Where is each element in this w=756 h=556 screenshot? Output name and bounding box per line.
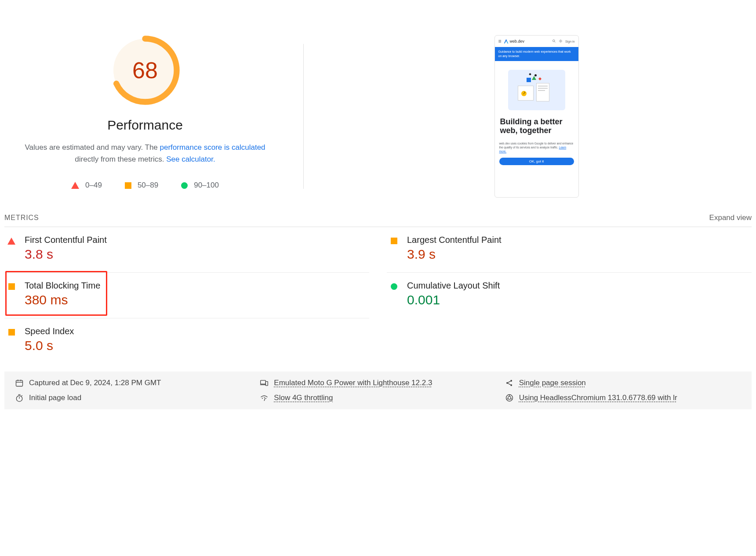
site-name: web.dev	[510, 39, 525, 43]
menu-icon: ≡	[498, 38, 502, 44]
metric-name: Largest Contentful Paint	[407, 235, 502, 245]
captured-value: Dec 9, 2024, 1:28 PM GMT	[70, 379, 161, 387]
metric-name: Total Blocking Time	[25, 281, 100, 291]
square-orange-icon	[8, 329, 15, 336]
load-type: Initial page load	[15, 394, 251, 402]
svg-line-12	[561, 40, 562, 40]
svg-line-11	[560, 42, 560, 42]
hero-title: Building a better web, together	[495, 115, 578, 137]
metric-value: 3.9 s	[407, 247, 502, 262]
metric-value: 0.001	[407, 292, 500, 307]
performance-gauge-area: 68 Performance Values are estimated and …	[4, 35, 286, 198]
desc-text: Values are estimated and may vary. The	[25, 143, 160, 152]
metric-name: Speed Index	[25, 326, 74, 336]
performance-summary-row: 68 Performance Values are estimated and …	[4, 35, 752, 198]
svg-line-24	[508, 383, 510, 385]
share-nodes-icon	[505, 379, 514, 387]
see-calculator-link[interactable]: See calculator.	[166, 155, 215, 163]
metric-fcp[interactable]: First Contentful Paint 3.8 s	[4, 227, 369, 273]
score-legend: 0–49 50–89 90–100	[71, 181, 219, 190]
square-orange-icon	[125, 182, 131, 189]
metric-lcp[interactable]: Largest Contentful Paint 3.9 s	[387, 227, 752, 273]
metrics-heading: METRICS	[4, 214, 39, 222]
load-label: Initial page load	[29, 394, 81, 402]
site-logo: web.dev	[504, 39, 525, 43]
legend-pass-range: 90–100	[194, 181, 219, 190]
cookie-notice: web.dev uses cookies from Google to deli…	[498, 140, 575, 155]
svg-line-33	[511, 399, 512, 400]
legend-avg-range: 50–89	[138, 181, 158, 190]
page-screenshot: ≡ web.dev Sign in Guidance to build mode…	[494, 35, 579, 198]
legend-fail: 0–49	[71, 181, 102, 190]
throttling[interactable]: Slow 4G throttling	[260, 394, 496, 402]
vertical-divider	[303, 44, 304, 189]
hero-illustration	[508, 70, 565, 110]
brightness-icon	[559, 39, 563, 44]
captured-time: Captured at Dec 9, 2024, 1:28 PM GMT	[15, 379, 251, 387]
circle-green-icon	[181, 182, 188, 189]
metrics-header: METRICS Expand view	[4, 213, 752, 227]
cookie-ok-button: OK, got it	[499, 158, 574, 165]
performance-description: Values are estimated and may vary. The p…	[22, 141, 268, 165]
metric-tbt[interactable]: Total Blocking Time 380 ms	[4, 273, 369, 318]
metric-value: 380 ms	[25, 292, 100, 307]
performance-gauge: 68	[110, 35, 180, 105]
signin-text: Sign in	[565, 40, 574, 43]
metric-cls[interactable]: Cumulative Layout Shift 0.001	[387, 273, 752, 318]
metric-name: Cumulative Layout Shift	[407, 281, 500, 291]
square-orange-icon	[391, 238, 397, 244]
banner-text: Guidance to build modern web experiences…	[495, 47, 578, 61]
svg-rect-13	[16, 380, 23, 386]
emulated-label: Emulated Moto G Power with Lighthouse 12…	[274, 379, 432, 387]
svg-line-28	[22, 395, 22, 396]
triangle-red-icon	[7, 238, 15, 245]
performance-title: Performance	[107, 118, 183, 133]
metric-value: 3.8 s	[25, 247, 107, 262]
expand-view-toggle[interactable]: Expand view	[709, 213, 752, 222]
metrics-grid: First Contentful Paint 3.8 s Largest Con…	[4, 227, 752, 364]
svg-point-21	[510, 380, 512, 382]
svg-point-20	[506, 382, 508, 384]
calendar-icon	[15, 379, 24, 387]
svg-line-3	[555, 41, 556, 42]
score-calc-link[interactable]: performance score is calculated	[160, 143, 265, 152]
metric-name: First Contentful Paint	[25, 235, 107, 245]
captured-label: Captured at	[29, 379, 70, 387]
svg-line-34	[506, 399, 508, 400]
network-check-icon	[260, 394, 269, 402]
svg-line-9	[560, 40, 560, 40]
chrome-icon	[505, 394, 514, 402]
performance-score: 68	[110, 35, 180, 105]
legend-average: 50–89	[125, 181, 158, 190]
stopwatch-icon	[15, 394, 24, 402]
legend-pass: 90–100	[181, 181, 219, 190]
svg-line-10	[561, 42, 562, 42]
svg-point-31	[508, 397, 511, 400]
environment-footer: Captured at Dec 9, 2024, 1:28 PM GMT Emu…	[4, 372, 752, 409]
desc-text2: directly from these metrics.	[75, 155, 166, 163]
triangle-red-icon	[71, 182, 79, 189]
square-orange-icon	[8, 283, 15, 290]
browser-label: Using HeadlessChromium 131.0.6778.69 wit…	[519, 394, 677, 402]
throttling-label: Slow 4G throttling	[274, 394, 333, 402]
svg-point-22	[510, 384, 512, 386]
session-type[interactable]: Single page session	[505, 379, 741, 387]
metric-si[interactable]: Speed Index 5.0 s	[4, 318, 369, 364]
logo-mark-icon	[504, 39, 509, 43]
session-label: Single page session	[519, 379, 586, 387]
page-screenshot-area: ≡ web.dev Sign in Guidance to build mode…	[321, 35, 752, 198]
svg-point-2	[553, 40, 555, 42]
emulated-device[interactable]: Emulated Moto G Power with Lighthouse 12…	[260, 379, 496, 387]
search-icon	[552, 39, 556, 44]
svg-point-4	[560, 40, 561, 42]
svg-rect-17	[261, 380, 266, 384]
circle-green-icon	[391, 283, 397, 290]
browser-info[interactable]: Using HeadlessChromium 131.0.6778.69 wit…	[505, 394, 741, 402]
svg-line-23	[508, 381, 510, 383]
svg-line-29	[264, 398, 265, 401]
metric-value: 5.0 s	[25, 338, 74, 353]
legend-fail-range: 0–49	[85, 181, 102, 190]
devices-icon	[260, 379, 269, 387]
